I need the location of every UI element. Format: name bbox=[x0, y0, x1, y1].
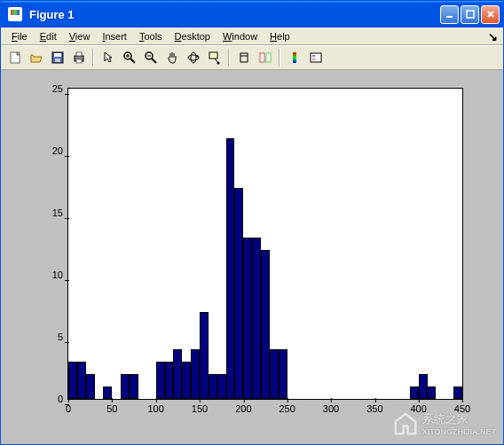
rotate-button[interactable] bbox=[183, 48, 203, 67]
y-tick-label: 5 bbox=[58, 332, 68, 342]
bar bbox=[121, 374, 130, 399]
bar bbox=[156, 362, 165, 399]
bar bbox=[68, 362, 77, 399]
bar bbox=[86, 374, 95, 399]
plot-area[interactable]: 0510152025 050100150200250300350400450 系… bbox=[1, 70, 503, 444]
dock-icon[interactable]: ↘ bbox=[488, 30, 498, 43]
bar bbox=[217, 374, 226, 399]
menu-window[interactable]: Window bbox=[217, 29, 263, 43]
window-title: Figure 1 bbox=[29, 8, 440, 21]
pan-button[interactable] bbox=[161, 48, 182, 67]
data-cursor-button[interactable] bbox=[204, 48, 224, 67]
bar bbox=[270, 349, 279, 399]
chart-axes[interactable]: 0510152025 050100150200250300350400450 bbox=[67, 88, 463, 400]
maximize-button[interactable] bbox=[461, 5, 479, 24]
x-tick-label: 150 bbox=[192, 399, 208, 414]
bar bbox=[279, 349, 287, 399]
figure-window: Figure 1 File Edit View Insert Tools Des… bbox=[0, 0, 504, 445]
x-tick-label: 200 bbox=[235, 399, 251, 414]
menu-insert[interactable]: Insert bbox=[97, 29, 132, 43]
menu-view[interactable]: View bbox=[64, 29, 96, 43]
svg-rect-1 bbox=[467, 11, 474, 18]
bar bbox=[234, 188, 243, 399]
bar-series bbox=[68, 89, 462, 399]
title-bar[interactable]: Figure 1 bbox=[1, 1, 503, 27]
bar bbox=[191, 349, 200, 399]
toolbar-separator bbox=[279, 49, 280, 66]
y-tick-label: 15 bbox=[52, 207, 68, 218]
window-controls bbox=[440, 5, 500, 24]
x-tick-label: 100 bbox=[147, 399, 163, 414]
zoom-out-button[interactable] bbox=[140, 48, 161, 67]
open-button[interactable] bbox=[26, 48, 46, 67]
y-tick-label: 25 bbox=[52, 83, 68, 94]
watermark: 系统之家 XITONGZHIJIA.NET bbox=[392, 410, 496, 437]
bar bbox=[165, 362, 174, 399]
menu-edit[interactable]: Edit bbox=[35, 29, 62, 43]
bar bbox=[103, 386, 112, 399]
svg-rect-25 bbox=[293, 52, 296, 63]
watermark-url: XITONGZHIJIA.NET bbox=[422, 427, 496, 436]
new-figure-button[interactable] bbox=[4, 48, 25, 67]
bar bbox=[77, 362, 86, 399]
bar bbox=[209, 374, 217, 399]
bar bbox=[200, 312, 209, 399]
close-button[interactable] bbox=[481, 5, 500, 24]
svg-rect-0 bbox=[446, 16, 453, 18]
menu-bar: File Edit View Insert Tools Desktop Wind… bbox=[1, 27, 503, 45]
legend-button[interactable] bbox=[305, 48, 326, 67]
svg-point-20 bbox=[217, 62, 219, 65]
svg-rect-18 bbox=[209, 52, 217, 59]
bar bbox=[261, 250, 270, 399]
menu-help[interactable]: Help bbox=[264, 29, 295, 43]
x-tick-label: 0 bbox=[66, 399, 71, 414]
bar bbox=[252, 238, 261, 399]
x-tick-label: 350 bbox=[366, 399, 382, 414]
menu-desktop[interactable]: Desktop bbox=[169, 29, 216, 43]
pointer-button[interactable] bbox=[98, 48, 118, 67]
watermark-text: 系统之家 bbox=[422, 411, 496, 427]
print-button[interactable] bbox=[68, 48, 89, 67]
svg-point-17 bbox=[191, 52, 196, 63]
toolbar-separator bbox=[92, 49, 94, 66]
svg-rect-7 bbox=[76, 52, 82, 56]
bar bbox=[182, 362, 191, 399]
link-button[interactable] bbox=[255, 48, 275, 67]
zoom-in-button[interactable] bbox=[119, 48, 139, 67]
y-tick-label: 10 bbox=[52, 269, 68, 280]
y-tick-label: 20 bbox=[52, 145, 68, 156]
bar bbox=[243, 238, 252, 399]
svg-rect-21 bbox=[240, 53, 248, 62]
bar bbox=[410, 386, 419, 399]
menu-tools[interactable]: Tools bbox=[134, 29, 168, 43]
toolbar-separator bbox=[228, 49, 230, 66]
svg-rect-4 bbox=[54, 53, 61, 57]
svg-rect-8 bbox=[76, 59, 82, 63]
bar bbox=[428, 386, 437, 399]
bar bbox=[173, 349, 182, 399]
colorbar-button[interactable] bbox=[284, 48, 304, 67]
svg-line-14 bbox=[152, 59, 156, 63]
bar bbox=[226, 138, 235, 399]
x-tick-label: 300 bbox=[323, 399, 339, 414]
svg-rect-5 bbox=[55, 59, 60, 62]
toolbar bbox=[1, 45, 503, 70]
svg-rect-24 bbox=[266, 53, 271, 62]
x-tick-label: 50 bbox=[106, 399, 117, 414]
app-icon bbox=[8, 7, 22, 21]
svg-rect-23 bbox=[260, 53, 264, 62]
bar bbox=[130, 374, 138, 399]
bar bbox=[419, 374, 428, 399]
bar bbox=[453, 386, 462, 399]
save-button[interactable] bbox=[47, 48, 67, 67]
brush-button[interactable] bbox=[233, 48, 254, 67]
svg-rect-26 bbox=[311, 53, 321, 62]
x-tick-label: 250 bbox=[279, 399, 295, 414]
svg-line-10 bbox=[130, 59, 135, 63]
menu-file[interactable]: File bbox=[6, 29, 33, 43]
minimize-button[interactable] bbox=[440, 5, 459, 24]
